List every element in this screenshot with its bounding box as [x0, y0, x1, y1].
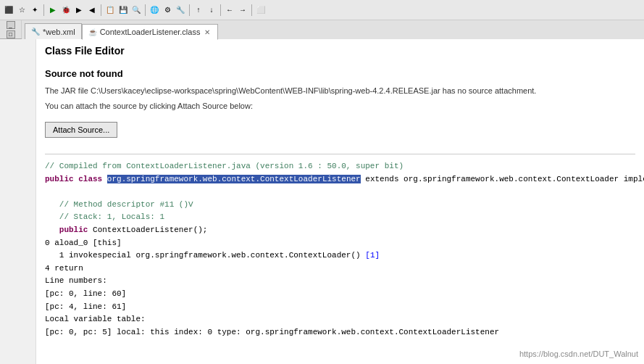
toolbar-icon-1[interactable]: ⬛ — [3, 4, 14, 16]
tab-context-loader[interactable]: ☕ ContextLoaderListener.class ✕ — [82, 24, 219, 40]
tab-web-xml-label: *web.xml — [43, 28, 75, 36]
method-descriptor: // Method descriptor #11 ()V — [59, 200, 193, 209]
line-numbers-0-line: [pc: 0, line: 60] — [45, 288, 635, 301]
class-extends: extends org.springframework.web.context.… — [365, 175, 644, 183]
stack-info-line: // Stack: 1, Locals: 1 — [45, 211, 635, 224]
toolbar-icon-11[interactable]: ⚙ — [162, 4, 173, 16]
line-4: 4 return — [45, 262, 635, 276]
line-numbers-label: Line numbers: — [45, 276, 107, 285]
local-variable-0: [pc: 0, pc: 5] local: this index: 0 type… — [45, 328, 499, 336]
toolbar-icon-5[interactable]: ▶ — [73, 4, 85, 16]
compiled-comment: // Compiled from ContextLoaderListener.j… — [45, 162, 403, 170]
toolbar-icon-debug[interactable]: 🐞 — [60, 4, 72, 16]
constructor-public — [45, 226, 54, 234]
toolbar-sep-4 — [189, 4, 190, 16]
local-variable-label: Local variable table: — [45, 315, 146, 323]
source-description-line1: The JAR file C:\Users\kacey\eclipse-work… — [45, 85, 635, 97]
toolbar-sep-6 — [251, 4, 252, 16]
source-not-found-section: Source not found The JAR file C:\Users\k… — [45, 68, 635, 145]
attach-source-button[interactable]: Attach Source... — [45, 122, 117, 138]
class-declaration-line: public class org.springframework.web.con… — [45, 173, 635, 186]
toolbar-icon-window[interactable]: ⬜ — [255, 4, 267, 16]
web-xml-icon: 🔧 — [31, 28, 40, 36]
watermark: https://blog.csdn.net/DUT_Walnut — [519, 349, 638, 358]
toolbar: ⬛ ☆ ✦ ▶ 🐞 ▶ ◀ 📋 💾 🔍 🌐 ⚙ 🔧 ↑ ↓ ← → ⬜ — [0, 0, 644, 20]
method-descriptor-comment — [45, 200, 54, 209]
minimize-button[interactable]: _ — [7, 21, 15, 29]
section-divider — [45, 154, 635, 154]
left-margin — [0, 39, 36, 364]
maximize-button[interactable]: □ — [7, 30, 15, 38]
toolbar-icon-10[interactable]: 🌐 — [149, 4, 160, 16]
code-line-1-pre: 1 invokespecial org.springframework.web.… — [45, 251, 365, 260]
method-descriptor-line: // Method descriptor #11 ()V — [45, 199, 635, 212]
context-loader-icon: ☕ — [88, 28, 97, 36]
line-numbers-label-line: Line numbers: — [45, 275, 635, 288]
toolbar-icon-run[interactable]: ▶ — [47, 4, 59, 16]
toolbar-icon-forward[interactable]: → — [237, 4, 248, 16]
public-keyword-2: public — [59, 226, 93, 234]
toolbar-icon-3[interactable]: ✦ — [29, 4, 41, 16]
toolbar-icon-14[interactable]: ↓ — [206, 4, 217, 16]
toolbar-icon-9[interactable]: 🔍 — [130, 4, 142, 16]
source-description-line2: You can attach the source by clicking At… — [45, 100, 635, 112]
line-numbers-4-line: [pc: 4, line: 61] — [45, 301, 635, 314]
compiled-comment-line: // Compiled from ContextLoaderListener.j… — [45, 160, 635, 173]
toolbar-icon-13[interactable]: ↑ — [193, 4, 204, 16]
stack-info — [45, 212, 54, 221]
constructor-sig: ContextLoaderListener(); — [93, 226, 207, 234]
toolbar-icon-6[interactable]: ◀ — [86, 4, 98, 16]
public-keyword: public — [45, 175, 78, 183]
tab-bar: 🔧 *web.xml ☕ ContextLoaderListener.class… — [22, 20, 644, 39]
line-numbers-0: [pc: 0, line: 60] — [45, 289, 126, 298]
code-line-4: 4 return — [45, 264, 83, 273]
toolbar-icon-7[interactable]: 📋 — [104, 4, 116, 16]
tab-web-xml[interactable]: 🔧 *web.xml — [25, 23, 82, 39]
line-1: 1 invokespecial org.springframework.web.… — [45, 249, 635, 262]
code-line-0: 0 aload_0 [this] — [45, 239, 122, 247]
constructor-sig-line: public ContextLoaderListener(); — [45, 224, 635, 237]
editor-content: Class File Editor Source not found The J… — [36, 39, 644, 364]
toolbar-sep-5 — [220, 4, 221, 16]
toolbar-sep-2 — [101, 4, 101, 16]
editor-title: Class File Editor — [45, 45, 635, 57]
line-0: 0 aload_0 [this] — [45, 237, 635, 250]
local-variable-label-line: Local variable table: — [45, 313, 635, 326]
toolbar-sep-1 — [43, 4, 44, 16]
code-area: // Compiled from ContextLoaderListener.j… — [45, 160, 635, 339]
class-keyword: class — [78, 175, 107, 183]
code-link-1[interactable]: [1] — [365, 251, 380, 260]
source-not-found-heading: Source not found — [45, 68, 635, 79]
toolbar-sep-3 — [145, 4, 146, 16]
toolbar-icon-12[interactable]: 🔧 — [175, 4, 186, 16]
tab-context-loader-label: ContextLoaderListener.class — [100, 28, 201, 36]
local-variable-0-line: [pc: 0, pc: 5] local: this index: 0 type… — [45, 326, 635, 339]
blank-line-1 — [45, 186, 635, 199]
toolbar-icon-2[interactable]: ☆ — [16, 4, 28, 16]
line-numbers-4: [pc: 4, line: 61] — [45, 302, 126, 311]
toolbar-icon-back[interactable]: ← — [224, 4, 235, 16]
toolbar-icon-8[interactable]: 💾 — [117, 4, 129, 16]
stack-comment: // Stack: 1, Locals: 1 — [59, 212, 164, 221]
tab-close-button[interactable]: ✕ — [203, 28, 212, 36]
class-name: org.springframework.web.context.ContextL… — [107, 175, 361, 183]
